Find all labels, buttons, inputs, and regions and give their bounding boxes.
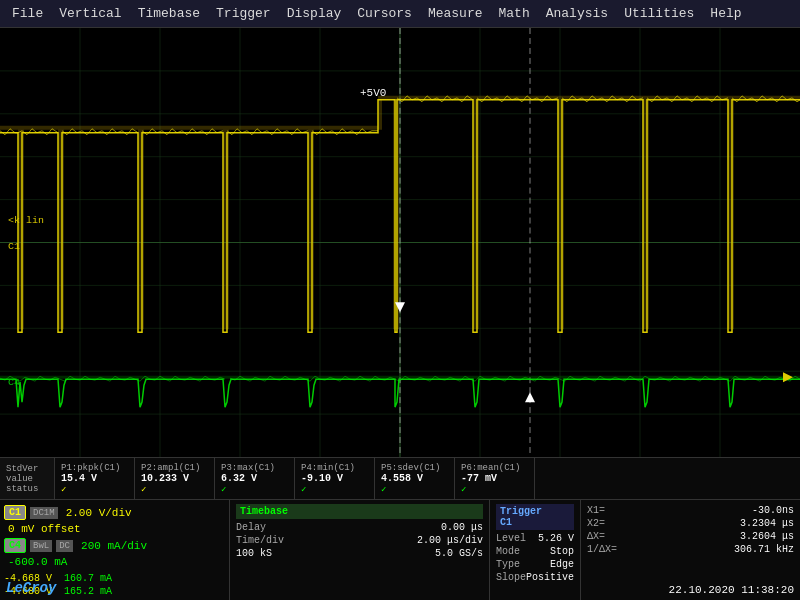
- meas-p5-value: 4.558 V: [381, 473, 448, 484]
- ch4-ground-indicator: C4: [8, 377, 20, 388]
- meas-p3-value: 6.32 V: [221, 473, 288, 484]
- cursor-x1-label: X1=: [587, 505, 605, 516]
- ch1-offset-row: 0 mV offset: [0, 521, 229, 537]
- menu-utilities[interactable]: Utilities: [616, 4, 702, 23]
- status-label: status: [6, 484, 48, 494]
- cursor-dx-row: ΔX= 3.2604 μs: [587, 530, 794, 543]
- ch4-offset: -600.0 mA: [4, 555, 71, 569]
- ch1-vdiv: 2.00 V/div: [62, 506, 136, 520]
- meas-p6-name: P6:mean(C1): [461, 463, 528, 473]
- cursor-inv-dx-row: 1/ΔX= 306.71 kHz: [587, 543, 794, 556]
- menu-analysis[interactable]: Analysis: [538, 4, 616, 23]
- meas-p3-name: P3:max(C1): [221, 463, 288, 473]
- ch4-a1: 160.7 mA: [64, 573, 112, 584]
- cursor-x2-value: 3.2304 μs: [740, 518, 794, 529]
- trigger-section: Trigger C1 Level 5.26 V Mode Stop Type E…: [489, 500, 580, 600]
- ch4-row: C4 BwL DC 200 mA/div: [0, 537, 229, 554]
- menu-measure[interactable]: Measure: [420, 4, 491, 23]
- cursor-x2-row: X2= 3.2304 μs: [587, 517, 794, 530]
- meas-p1-status: ✓: [61, 484, 128, 495]
- meas-p2-status: ✓: [141, 484, 208, 495]
- trigger-mode-val: Stop: [550, 546, 574, 557]
- cursor-inv-dx-value: 306.71 kHz: [734, 544, 794, 555]
- cursor2-up-arrow: [525, 392, 535, 402]
- menu-vertical[interactable]: Vertical: [51, 4, 129, 23]
- meas-p2-value: 10.233 V: [141, 473, 208, 484]
- trigger-slope-val: Positive: [526, 572, 574, 583]
- meas-p2-name: P2:ampl(C1): [141, 463, 208, 473]
- menu-bar: File Vertical Timebase Trigger Display C…: [0, 0, 800, 28]
- timebase-tdiv-label: Time/div: [236, 535, 284, 546]
- trigger-mode-row: Mode Stop: [496, 545, 574, 558]
- ch4-dc-badge[interactable]: DC: [56, 540, 73, 552]
- meas-p3: P3:max(C1) 6.32 V ✓: [215, 458, 295, 499]
- timebase-tdiv-val: 2.00 μs/div: [417, 535, 483, 546]
- trigger-mode-label: Mode: [496, 546, 520, 557]
- menu-file[interactable]: File: [4, 4, 51, 23]
- voltage-ref-label: +5V0: [360, 87, 386, 99]
- stdver-label: StdVer: [6, 464, 48, 474]
- ch1-badge[interactable]: C1: [4, 505, 26, 520]
- timebase-delay-val: 0.00 μs: [441, 522, 483, 533]
- menu-cursors[interactable]: Cursors: [349, 4, 420, 23]
- ch4-badge[interactable]: C4: [4, 538, 26, 553]
- cursor-x1-value: -30.0ns: [752, 505, 794, 516]
- menu-timebase[interactable]: Timebase: [130, 4, 208, 23]
- waveform-svg: C1 C4 <k lin +5V0: [0, 28, 800, 457]
- trigger-level-row: Level 5.26 V: [496, 532, 574, 545]
- meas-p5-status: ✓: [381, 484, 448, 495]
- meas-p2: P2:ampl(C1) 10.233 V ✓: [135, 458, 215, 499]
- meas-p1: P1:pkpk(C1) 15.4 V ✓: [55, 458, 135, 499]
- trigger-level-val: 5.26 V: [538, 533, 574, 544]
- cursor-dx-value: 3.2604 μs: [740, 531, 794, 542]
- trigger-type-val: Edge: [550, 559, 574, 570]
- datetime-display: 22.10.2020 11:38:20: [669, 584, 794, 596]
- meas-p1-value: 15.4 V: [61, 473, 128, 484]
- meas-p5-name: P5:sdev(C1): [381, 463, 448, 473]
- meas-p3-status: ✓: [221, 484, 288, 495]
- timebase-delay-label: Delay: [236, 522, 266, 533]
- timebase-samples-val: 100 kS: [236, 548, 272, 559]
- meas-p1-name: P1:pkpk(C1): [61, 463, 128, 473]
- trigger-slope-label: Slope: [496, 572, 526, 583]
- timebase-tdiv-row: Time/div 2.00 μs/div: [236, 534, 483, 547]
- trigger-header: Trigger C1: [496, 504, 574, 530]
- meas-p6-value: -77 mV: [461, 473, 528, 484]
- stdver-section: StdVer value status: [0, 458, 55, 499]
- trigger-type-label: Type: [496, 559, 520, 570]
- scale-label: <k lin: [8, 215, 44, 226]
- timebase-samples-row: 100 kS 5.0 GS/s: [236, 547, 483, 560]
- trigger-level-label: Level: [496, 533, 526, 544]
- menu-display[interactable]: Display: [279, 4, 350, 23]
- meas-p4: P4:min(C1) -9.10 V ✓: [295, 458, 375, 499]
- cursor-inv-dx-label: 1/ΔX=: [587, 544, 617, 555]
- cursor-x2-label: X2=: [587, 518, 605, 529]
- value-label: value: [6, 474, 48, 484]
- meas-p4-name: P4:min(C1): [301, 463, 368, 473]
- menu-trigger[interactable]: Trigger: [208, 4, 279, 23]
- menu-math[interactable]: Math: [491, 4, 538, 23]
- measurement-bar: StdVer value status P1:pkpk(C1) 15.4 V ✓…: [0, 458, 800, 500]
- lecroy-branding: LeCroy: [6, 580, 56, 596]
- trigger-type-row: Type Edge: [496, 558, 574, 571]
- meas-p6: P6:mean(C1) -77 mV ✓: [455, 458, 535, 499]
- cursor-x1-row: X1= -30.0ns: [587, 504, 794, 517]
- scope-screen: C1 C4 <k lin +5V0: [0, 28, 800, 458]
- ch1-row: C1 DC1M 2.00 V/div: [0, 504, 229, 521]
- meas-p5: P5:sdev(C1) 4.558 V ✓: [375, 458, 455, 499]
- ch1-coupling-badge[interactable]: DC1M: [30, 507, 58, 519]
- ch4-bwl-badge[interactable]: BwL: [30, 540, 52, 552]
- meas-p4-value: -9.10 V: [301, 473, 368, 484]
- meas-p4-status: ✓: [301, 484, 368, 495]
- ch1-ground-indicator: C1: [8, 241, 20, 252]
- timebase-section: Timebase Delay 0.00 μs Time/div 2.00 μs/…: [229, 500, 489, 600]
- menu-help[interactable]: Help: [702, 4, 749, 23]
- ch1-offset: 0 mV offset: [4, 522, 85, 536]
- timebase-header: Timebase: [236, 504, 483, 519]
- ch4-a2: 165.2 mA: [64, 586, 112, 597]
- timebase-delay-row: Delay 0.00 μs: [236, 521, 483, 534]
- ch4-offset-row: -600.0 mA: [0, 554, 229, 570]
- cursor-dx-label: ΔX=: [587, 531, 605, 542]
- timebase-rate-val: 5.0 GS/s: [435, 548, 483, 559]
- ch4-adiv: 200 mA/div: [77, 539, 151, 553]
